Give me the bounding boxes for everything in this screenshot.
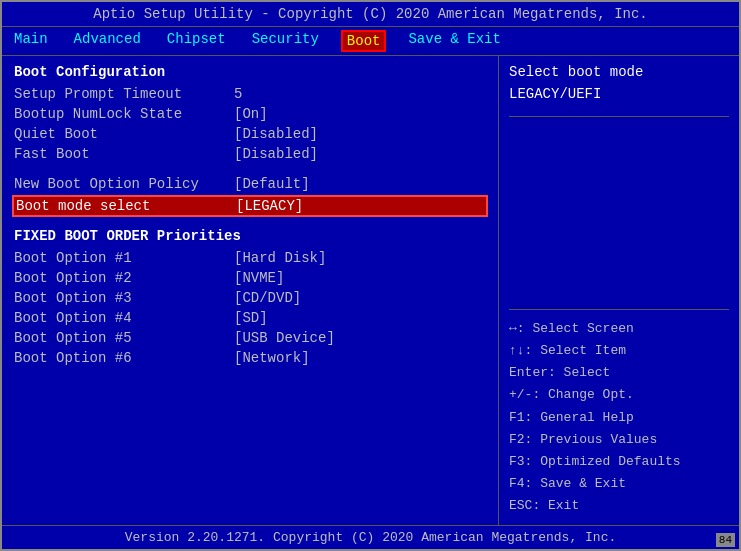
help-line-1: Select boot mode xyxy=(509,64,729,80)
key-enter-select: Enter: Select xyxy=(509,362,729,384)
key-help-block: ↔: Select Screen ↑↓: Select Item Enter: … xyxy=(509,318,729,517)
menu-bar[interactable]: Main Advanced Chipset Security Boot Save… xyxy=(2,27,739,56)
setting-label-setup-prompt: Setup Prompt Timeout xyxy=(14,86,234,102)
setting-boot-opt1[interactable]: Boot Option #1 [Hard Disk] xyxy=(14,248,486,268)
setting-label-boot-opt2: Boot Option #2 xyxy=(14,270,234,286)
key-f3: F3: Optimized Defaults xyxy=(509,451,729,473)
key-f1: F1: General Help xyxy=(509,407,729,429)
setting-label-numlock: Bootup NumLock State xyxy=(14,106,234,122)
setting-label-boot-opt4: Boot Option #4 xyxy=(14,310,234,326)
setting-value-boot-opt3: [CD/DVD] xyxy=(234,290,301,306)
setting-value-fast-boot: [Disabled] xyxy=(234,146,318,162)
title-text: Aptio Setup Utility - Copyright (C) 2020… xyxy=(93,6,648,22)
divider xyxy=(509,116,729,117)
setting-boot-mode-select[interactable]: Boot mode select [LEGACY] xyxy=(12,195,488,217)
key-f4: F4: Save & Exit xyxy=(509,473,729,495)
menu-item-main[interactable]: Main xyxy=(10,30,52,52)
section-boot-config: Boot Configuration xyxy=(14,64,486,80)
section-fixed-boot: FIXED BOOT ORDER Priorities xyxy=(14,228,486,244)
setting-label-boot-option-policy: New Boot Option Policy xyxy=(14,176,234,192)
setting-label-boot-opt6: Boot Option #6 xyxy=(14,350,234,366)
setting-boot-opt5[interactable]: Boot Option #5 [USB Device] xyxy=(14,328,486,348)
setting-fast-boot[interactable]: Fast Boot [Disabled] xyxy=(14,144,486,164)
left-panel: Boot Configuration Setup Prompt Timeout … xyxy=(2,56,499,525)
setting-label-boot-opt1: Boot Option #1 xyxy=(14,250,234,266)
setting-value-boot-opt5: [USB Device] xyxy=(234,330,335,346)
setting-value-numlock: [On] xyxy=(234,106,268,122)
key-f2: F2: Previous Values xyxy=(509,429,729,451)
setting-boot-opt4[interactable]: Boot Option #4 [SD] xyxy=(14,308,486,328)
right-panel: Select boot mode LEGACY/UEFI ↔: Select S… xyxy=(499,56,739,525)
title-bar: Aptio Setup Utility - Copyright (C) 2020… xyxy=(2,2,739,27)
setting-boot-opt6[interactable]: Boot Option #6 [Network] xyxy=(14,348,486,368)
key-select-screen: ↔: Select Screen xyxy=(509,318,729,340)
setting-value-boot-option-policy: [Default] xyxy=(234,176,310,192)
key-change-opt: +/-: Change Opt. xyxy=(509,384,729,406)
setting-value-boot-opt1: [Hard Disk] xyxy=(234,250,326,266)
page-number: 84 xyxy=(716,533,735,547)
menu-item-boot[interactable]: Boot xyxy=(341,30,387,52)
setting-value-boot-opt6: [Network] xyxy=(234,350,310,366)
setting-boot-opt3[interactable]: Boot Option #3 [CD/DVD] xyxy=(14,288,486,308)
divider2 xyxy=(509,309,729,310)
menu-item-advanced[interactable]: Advanced xyxy=(70,30,145,52)
setting-label-boot-opt5: Boot Option #5 xyxy=(14,330,234,346)
setting-value-boot-mode: [LEGACY] xyxy=(236,198,303,214)
setting-label-quiet-boot: Quiet Boot xyxy=(14,126,234,142)
bios-screen: Aptio Setup Utility - Copyright (C) 2020… xyxy=(0,0,741,551)
content-area: Boot Configuration Setup Prompt Timeout … xyxy=(2,56,739,525)
setting-label-boot-mode: Boot mode select xyxy=(16,198,236,214)
setting-setup-prompt[interactable]: Setup Prompt Timeout 5 xyxy=(14,84,486,104)
key-select-item: ↑↓: Select Item xyxy=(509,340,729,362)
footer-bar: Version 2.20.1271. Copyright (C) 2020 Am… xyxy=(2,525,739,549)
help-line-2: LEGACY/UEFI xyxy=(509,86,729,102)
setting-label-fast-boot: Fast Boot xyxy=(14,146,234,162)
menu-item-security[interactable]: Security xyxy=(248,30,323,52)
setting-label-boot-opt3: Boot Option #3 xyxy=(14,290,234,306)
menu-item-chipset[interactable]: Chipset xyxy=(163,30,230,52)
setting-quiet-boot[interactable]: Quiet Boot [Disabled] xyxy=(14,124,486,144)
setting-value-boot-opt4: [SD] xyxy=(234,310,268,326)
setting-value-quiet-boot: [Disabled] xyxy=(234,126,318,142)
setting-value-boot-opt2: [NVME] xyxy=(234,270,284,286)
setting-value-setup-prompt: 5 xyxy=(234,86,242,102)
setting-boot-opt2[interactable]: Boot Option #2 [NVME] xyxy=(14,268,486,288)
key-esc: ESC: Exit xyxy=(509,495,729,517)
menu-item-save-exit[interactable]: Save & Exit xyxy=(404,30,504,52)
setting-boot-option-policy[interactable]: New Boot Option Policy [Default] xyxy=(14,174,486,194)
setting-numlock[interactable]: Bootup NumLock State [On] xyxy=(14,104,486,124)
footer-text: Version 2.20.1271. Copyright (C) 2020 Am… xyxy=(125,530,616,545)
